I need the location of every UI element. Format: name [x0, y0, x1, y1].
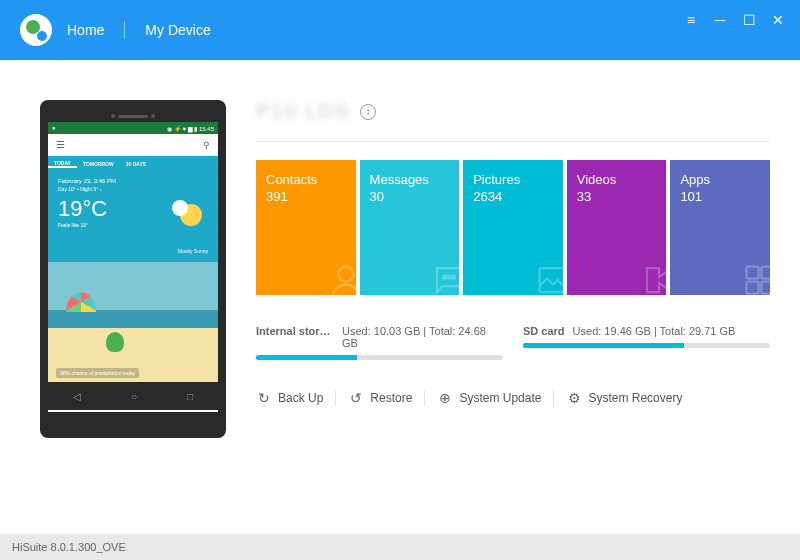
update-icon: ⊕	[437, 390, 453, 406]
messages-icon	[431, 262, 459, 295]
version-text: HiSuite 8.0.1.300_OVE	[12, 541, 126, 553]
backup-button[interactable]: ↻ Back Up	[256, 390, 336, 406]
sdcard-storage-text: Used: 19.46 GB | Total: 29.71 GB	[573, 325, 736, 337]
tile-messages[interactable]: Messages 30	[360, 160, 460, 295]
restore-button[interactable]: ↺ Restore	[336, 390, 425, 406]
svg-point-2	[448, 276, 451, 279]
svg-rect-8	[761, 282, 770, 294]
info-icon[interactable]: i	[360, 104, 376, 120]
backup-icon: ↻	[256, 390, 272, 406]
category-tiles: Contacts 391 Messages 30 Pictures 2634 V…	[256, 160, 770, 295]
svg-point-1	[443, 276, 446, 279]
phone-navbar: ◁ ○ □	[48, 382, 218, 410]
videos-icon	[638, 262, 666, 295]
pictures-icon	[535, 262, 563, 295]
back-icon: ◁	[73, 391, 81, 402]
recent-icon: □	[187, 391, 193, 402]
svg-rect-5	[746, 267, 758, 279]
nav-home[interactable]: Home	[67, 22, 104, 38]
weather-tabs: TODAY TOMORROW 10 DAYS	[48, 156, 218, 172]
tile-apps[interactable]: Apps 101	[670, 160, 770, 295]
tile-pictures[interactable]: Pictures 2634	[463, 160, 563, 295]
maximize-button[interactable]: ☐	[742, 12, 756, 28]
device-preview: ●◉ ⚡ ♥ ▆ ▮ 15:45 ☰ ⚲ TODAY TOMORROW 10 D…	[40, 100, 226, 438]
svg-rect-4	[539, 268, 563, 292]
apps-icon	[742, 262, 770, 295]
divider	[256, 141, 770, 142]
status-bar: HiSuite 8.0.1.300_OVE	[0, 534, 800, 560]
app-logo	[20, 14, 52, 46]
menu-icon[interactable]: ≡	[684, 12, 698, 28]
tile-videos[interactable]: Videos 33	[567, 160, 667, 295]
internal-storage-bar	[256, 355, 357, 360]
hamburger-icon: ☰	[56, 139, 65, 150]
internal-storage-text: Used: 10.03 GB | Total: 24.68 GB	[342, 325, 503, 349]
sdcard-storage: SD card Used: 19.46 GB | Total: 29.71 GB	[523, 325, 770, 360]
nav-separator	[124, 21, 125, 39]
svg-rect-7	[746, 282, 758, 294]
sdcard-storage-bar	[523, 343, 684, 348]
phone-searchbar: ☰ ⚲	[48, 134, 218, 156]
contacts-icon	[328, 262, 356, 295]
home-icon: ○	[131, 391, 137, 402]
title-bar: Home My Device ≡ ─ ☐ ✕	[0, 0, 800, 60]
device-name: P10 LDS	[256, 100, 350, 123]
recovery-icon: ⚙	[566, 390, 582, 406]
internal-storage: Internal stora... Used: 10.03 GB | Total…	[256, 325, 503, 360]
nav-my-device[interactable]: My Device	[145, 22, 210, 38]
system-update-button[interactable]: ⊕ System Update	[425, 390, 554, 406]
system-recovery-button[interactable]: ⚙ System Recovery	[554, 390, 694, 406]
svg-point-0	[338, 267, 353, 282]
close-button[interactable]: ✕	[771, 12, 785, 28]
restore-icon: ↺	[348, 390, 364, 406]
sun-icon	[180, 204, 202, 226]
phone-statusbar: ●◉ ⚡ ♥ ▆ ▮ 15:45	[48, 122, 218, 134]
search-icon: ⚲	[203, 140, 210, 150]
tile-contacts[interactable]: Contacts 391	[256, 160, 356, 295]
svg-point-3	[452, 276, 455, 279]
minimize-button[interactable]: ─	[713, 12, 727, 28]
weather-illustration: 90% chance of precipitation today	[48, 262, 218, 382]
weather-widget: February 23, 3:46 PM Day 10° • Night 5° …	[48, 172, 218, 262]
svg-rect-6	[761, 267, 770, 279]
